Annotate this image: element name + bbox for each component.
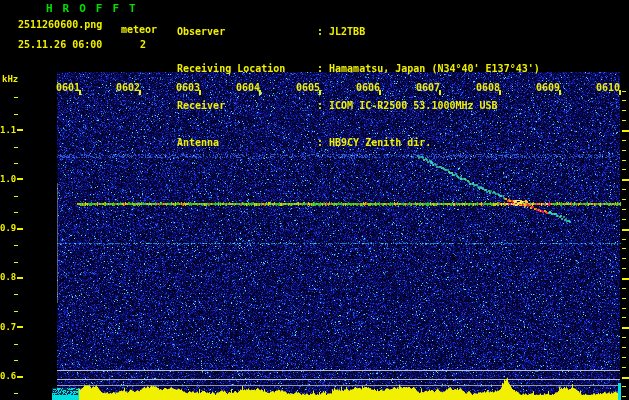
x-tick-label: 0609 — [534, 82, 562, 93]
info-row-observer: Observer:JL2TBB — [177, 26, 540, 39]
hrofft-screen: HROFFT 2511260600.png meteor 25.11.26 06… — [0, 0, 629, 400]
x-tick-label: 0604 — [234, 82, 262, 93]
capture-filename: 2511260600.png — [18, 19, 102, 31]
y-tick-label: 0.9 — [0, 223, 16, 233]
info-label: Observer — [177, 26, 317, 38]
info-value: JL2TBB — [323, 26, 365, 38]
y-tick-label: 0.6 — [0, 371, 16, 381]
y-tick-label: 1.1 — [0, 125, 16, 135]
x-tick-label: 0606 — [354, 82, 382, 93]
capture-datetime: 25.11.26 06:00 — [18, 39, 102, 51]
info-value: ICOM IC-R2500 53.1000MHz USB — [323, 100, 498, 112]
info-row-receiver: Receiver:ICOM IC-R2500 53.1000MHz USB — [177, 100, 540, 113]
info-label: Receiving Location — [177, 63, 317, 75]
info-label: Receiver — [177, 100, 317, 112]
info-label: Antenna — [177, 137, 317, 149]
x-tick-label: 0610 — [594, 82, 622, 93]
info-value: Hamamatsu, Japan (N34°40' E137°43') — [323, 63, 540, 75]
x-tick-label: 0603 — [174, 82, 202, 93]
x-tick-label: 0601 — [54, 82, 82, 93]
y-tick-label: 0.7 — [0, 322, 16, 332]
info-value: HB9CY Zenith dir. — [323, 137, 431, 149]
y-tick-label: 0.8 — [0, 272, 16, 282]
x-tick-label: 0605 — [294, 82, 322, 93]
y-tick-label: 1.0 — [0, 174, 16, 184]
observation-mode: meteor — [121, 24, 157, 36]
y-axis-unit-label: kHz — [2, 73, 18, 85]
meteor-count: 2 — [140, 39, 146, 51]
x-tick-label: 0607 — [414, 82, 442, 93]
app-title: HROFFT — [46, 2, 146, 15]
info-row-location: Receiving Location:Hamamatsu, Japan (N34… — [177, 63, 540, 76]
x-tick-label: 0608 — [474, 82, 502, 93]
info-row-antenna: Antenna:HB9CY Zenith dir. — [177, 137, 540, 150]
x-tick-label: 0602 — [114, 82, 142, 93]
